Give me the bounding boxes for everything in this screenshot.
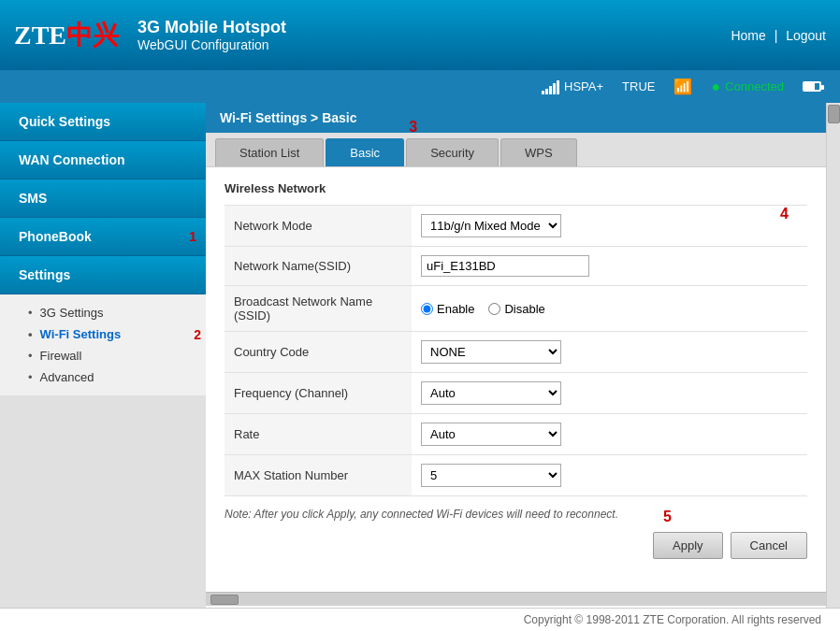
annotation-2: 2 (194, 327, 201, 342)
frequency-select[interactable]: Auto 1 6 11 (421, 381, 561, 405)
network-type-label: HSPA+ (564, 79, 603, 93)
annotation-1: 1 (189, 229, 196, 244)
table-row: Network Mode 11b/g/n Mixed Mode 11b/g Mi… (224, 206, 807, 247)
content-area: Wi-Fi Settings > Basic Station List Basi… (206, 103, 826, 631)
submenu-wifi-settings[interactable]: Wi-Fi Settings 2 (0, 323, 206, 345)
horizontal-scrollbar[interactable] (206, 592, 826, 606)
rate-select[interactable]: Auto 1 Mbps 2 Mbps 5.5 Mbps 11 Mbps 54 M… (421, 423, 561, 446)
submenu-advanced[interactable]: Advanced (0, 366, 206, 388)
tab-security[interactable]: Security (406, 138, 499, 166)
field-label-network-mode: Network Mode (224, 206, 412, 247)
title-line1: 3G Mobile Hotspot (138, 18, 286, 37)
header-nav: Home | Logout (731, 28, 826, 43)
note-text: Note: After you click Apply, any connect… (224, 508, 807, 521)
footer: Copyright © 1998-2011 ZTE Corporation. A… (0, 608, 840, 631)
field-value-broadcast: Enable Disable (412, 286, 807, 332)
ssid-input[interactable] (421, 255, 589, 277)
tab-station-list[interactable]: Station List (215, 138, 324, 166)
form-content: Wireless Network Network Mode 11b/g/n Mi… (206, 167, 826, 573)
header-title: 3G Mobile Hotspot WebGUI Configuration (138, 18, 286, 52)
copyright-text: Copyright © 1998-2011 ZTE Corporation. A… (524, 613, 821, 626)
main-layout: Quick Settings WAN Connection SMS PhoneB… (0, 103, 840, 631)
broadcast-disable-radio[interactable] (488, 303, 500, 315)
submenu-firewall[interactable]: Firewall (0, 345, 206, 366)
cancel-button[interactable]: Cancel (731, 532, 807, 559)
wifi-status: 📶 (673, 78, 692, 95)
sidebar-item-quick-settings[interactable]: Quick Settings (0, 103, 206, 141)
table-row: Country Code NONE US EU JP CN (224, 332, 807, 373)
connected-label: Connected (725, 79, 784, 93)
tab-basic[interactable]: Basic 3 (326, 138, 404, 166)
field-label-rate: Rate (224, 414, 412, 455)
annotation-3: 3 (409, 119, 417, 136)
vertical-scrollbar[interactable] (826, 103, 840, 631)
table-row: Network Name(SSID) (224, 247, 807, 286)
field-label-ssid: Network Name(SSID) (224, 247, 412, 286)
apply-button[interactable]: Apply (653, 532, 723, 559)
scrollbar-thumb[interactable] (210, 595, 239, 605)
table-row: MAX Station Number 1 2 3 4 5 6 7 8 (224, 455, 807, 496)
sidebar-item-sms[interactable]: SMS (0, 179, 206, 218)
field-label-country-code: Country Code (224, 332, 412, 373)
button-row: Apply Cancel 5 (224, 532, 807, 559)
sidebar-item-phonebook[interactable]: PhoneBook 1 (0, 218, 206, 256)
logo-area: ZTE中兴 (14, 18, 119, 53)
connected-indicator: ● (711, 79, 720, 95)
carrier-name: TRUE (622, 79, 655, 93)
section-title: Wireless Network (224, 181, 807, 195)
signal-bars-icon (542, 79, 559, 94)
max-station-select[interactable]: 1 2 3 4 5 6 7 8 (421, 464, 561, 487)
field-value-max-station: 1 2 3 4 5 6 7 8 (412, 455, 807, 496)
battery-icon (803, 81, 821, 92)
settings-submenu: 3G Settings Wi-Fi Settings 2 Firewall Ad… (0, 294, 206, 395)
broadcast-enable-label[interactable]: Enable (421, 302, 474, 316)
table-row: Broadcast Network Name (SSID) Enable Dis… (224, 286, 807, 332)
field-value-country-code: NONE US EU JP CN (412, 332, 807, 373)
battery-status (803, 81, 821, 92)
field-value-frequency: Auto 1 6 11 (412, 373, 807, 414)
sidebar-item-settings[interactable]: Settings (0, 256, 206, 294)
submenu-3g-settings[interactable]: 3G Settings (0, 302, 206, 323)
field-value-network-mode: 11b/g/n Mixed Mode 11b/g Mixed Mode 11n … (412, 206, 807, 247)
connection-status: ● Connected (711, 79, 784, 95)
broadcast-enable-radio[interactable] (421, 303, 433, 315)
field-value-ssid (412, 247, 807, 286)
sidebar-item-wan-connection[interactable]: WAN Connection (0, 141, 206, 179)
status-bar: HSPA+ TRUE 📶 ● Connected (0, 70, 840, 103)
scrollbar-up-thumb[interactable] (828, 105, 840, 123)
field-label-frequency: Frequency (Channel) (224, 373, 412, 414)
table-row: Frequency (Channel) Auto 1 6 11 (224, 373, 807, 414)
field-value-rate: Auto 1 Mbps 2 Mbps 5.5 Mbps 11 Mbps 54 M… (412, 414, 807, 455)
zte-logo: ZTE中兴 (14, 18, 119, 53)
network-mode-select[interactable]: 11b/g/n Mixed Mode 11b/g Mixed Mode 11n … (421, 214, 561, 237)
home-link[interactable]: Home (731, 28, 765, 43)
logout-link[interactable]: Logout (786, 28, 826, 43)
sidebar: Quick Settings WAN Connection SMS PhoneB… (0, 103, 206, 631)
header: ZTE中兴 3G Mobile Hotspot WebGUI Configura… (0, 0, 840, 70)
annotation-4: 4 (780, 206, 789, 222)
broadcast-radio-group: Enable Disable (421, 302, 798, 316)
carrier-label: TRUE (622, 79, 655, 93)
broadcast-disable-label[interactable]: Disable (488, 302, 544, 316)
title-line2: WebGUI Configuration (138, 37, 286, 52)
field-label-max-station: MAX Station Number (224, 455, 412, 496)
annotation-5: 5 (663, 509, 672, 525)
settings-table: Network Mode 11b/g/n Mixed Mode 11b/g Mi… (224, 205, 807, 496)
field-label-broadcast: Broadcast Network Name (SSID) (224, 286, 412, 332)
wifi-icon: 📶 (673, 78, 692, 95)
tab-bar: Station List Basic 3 Security WPS (206, 133, 826, 167)
country-code-select[interactable]: NONE US EU JP CN (421, 340, 561, 364)
table-row: Rate Auto 1 Mbps 2 Mbps 5.5 Mbps 11 Mbps… (224, 414, 807, 455)
signal-strength: HSPA+ (542, 79, 603, 94)
tab-wps[interactable]: WPS (500, 138, 577, 166)
breadcrumb: Wi-Fi Settings > Basic (206, 103, 826, 133)
nav-separator: | (775, 28, 778, 43)
